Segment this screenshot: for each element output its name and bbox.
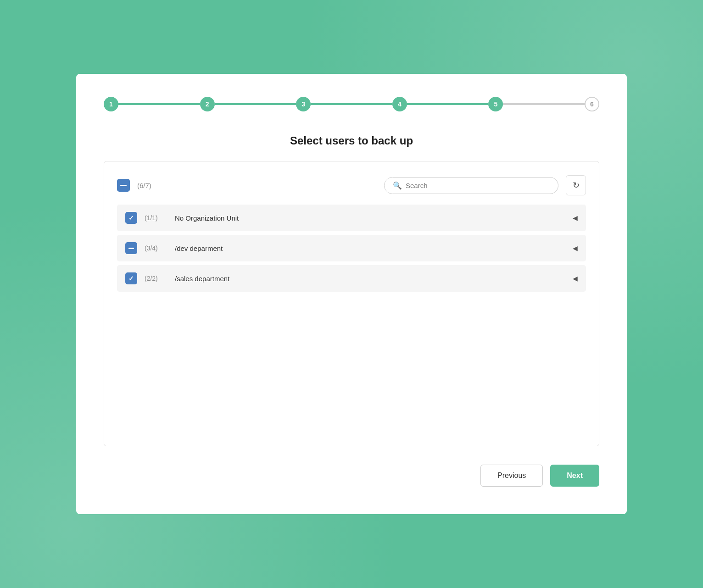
toolbar: (6/7) 🔍 ↻ [117,175,586,195]
chevron-right-icon-3: ◀ [573,275,578,282]
check-icon: ✓ [128,275,134,282]
org-count-2: (3/4) [145,244,167,252]
modal-container: 1 2 3 4 5 6 Select users to back up (6/7… [76,74,627,514]
check-icon: ✓ [128,214,134,222]
org-name-2: /dev deparment [175,244,565,252]
org-list: ✓ (1/1) No Organization Unit ◀ (3/4) /de… [117,205,586,292]
chevron-right-icon-1: ◀ [573,214,578,222]
page-title: Select users to back up [104,134,599,147]
org-name-1: No Organization Unit [175,214,565,222]
org-checkbox-2[interactable] [125,242,137,254]
step-line-4-5 [407,103,489,105]
org-checkbox-1[interactable]: ✓ [125,212,137,224]
search-icon: 🔍 [393,181,402,190]
org-checkbox-3[interactable]: ✓ [125,272,137,284]
minus-icon [120,185,127,186]
refresh-button[interactable]: ↻ [566,175,586,195]
refresh-icon: ↻ [573,180,580,190]
previous-button[interactable]: Previous [480,465,543,487]
org-count-1: (1/1) [145,214,167,222]
list-item[interactable]: ✓ (1/1) No Organization Unit ◀ [117,205,586,231]
chevron-right-icon-2: ◀ [573,244,578,252]
step-line-2-3 [215,103,296,105]
step-line-3-4 [311,103,392,105]
stepper-track: 1 2 3 4 5 6 [104,97,599,111]
step-1: 1 [104,97,118,111]
step-3: 3 [296,97,311,111]
step-line-5-6 [503,103,585,105]
stepper: 1 2 3 4 5 6 [104,97,599,111]
search-box[interactable]: 🔍 [384,177,558,194]
org-name-3: /sales department [175,275,565,283]
step-5: 5 [488,97,503,111]
step-2: 2 [200,97,215,111]
select-count: (6/7) [137,182,151,189]
step-4: 4 [392,97,407,111]
content-box: (6/7) 🔍 ↻ ✓ (1/1) No Organization Unit ◀ [104,161,599,446]
list-item[interactable]: (3/4) /dev deparment ◀ [117,235,586,261]
step-line-1-2 [118,103,200,105]
next-button[interactable]: Next [550,465,599,487]
step-6: 6 [585,97,599,111]
org-count-3: (2/2) [145,275,167,282]
select-all-checkbox[interactable] [117,179,130,192]
footer: Previous Next [104,465,599,487]
list-item[interactable]: ✓ (2/2) /sales department ◀ [117,265,586,292]
partial-icon [128,248,134,249]
search-input[interactable] [406,182,550,189]
